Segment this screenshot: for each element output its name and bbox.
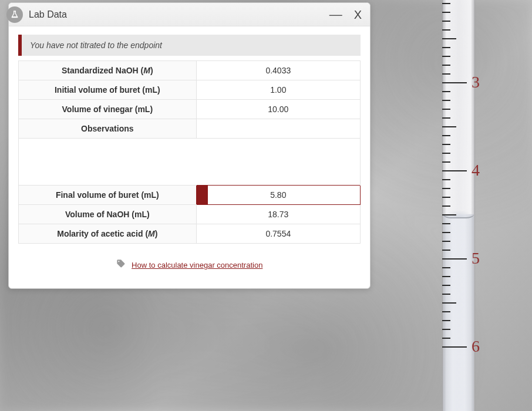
buret-tick (442, 179, 450, 180)
row-final-volume: Final volume of buret (mL) (19, 186, 361, 205)
buret-tick (442, 47, 450, 48)
value-molarity: 0.7554 (196, 224, 360, 244)
value-standardized-naoh: 0.4033 (196, 61, 360, 80)
final-volume-input[interactable] (197, 186, 360, 204)
buret-tick (442, 170, 467, 171)
value-naoh-volume: 18.73 (196, 205, 360, 224)
value-final-volume-cell (196, 186, 360, 205)
buret-tick (442, 250, 450, 251)
close-button[interactable]: X (351, 9, 365, 21)
buret-tick (442, 109, 450, 110)
buret-tick (442, 346, 467, 348)
buret-tick (442, 29, 450, 31)
label-final-volume: Final volume of buret (mL) (19, 186, 197, 205)
flask-icon (6, 6, 23, 23)
buret[interactable]: 23456 (429, 0, 488, 411)
buret-tick (442, 21, 450, 22)
alert-text: You have not titrated to the endpoint (22, 35, 361, 56)
row-observations: Observations (19, 119, 361, 139)
highlight-bar (196, 186, 208, 204)
buret-scale-label: 3 (472, 73, 480, 92)
buret-tick (442, 73, 450, 75)
buret-tick (442, 117, 450, 119)
lab-data-panel: Lab Data — X You have not titrated to th… (8, 2, 371, 289)
buret-tick (442, 3, 450, 4)
buret-tick (442, 126, 456, 127)
row-initial-volume: Initial volume of buret (mL) 1.00 (19, 80, 361, 100)
buret-tick (442, 294, 450, 295)
panel-header: Lab Data — X (9, 3, 370, 26)
buret-ticks (442, 0, 475, 411)
header-controls: — X (327, 8, 365, 21)
buret-scale-label: 2 (472, 0, 480, 4)
buret-tick (442, 135, 450, 136)
panel-title: Lab Data (29, 9, 327, 20)
buret-tick (442, 188, 450, 189)
help-link[interactable]: How to calculate vinegar concentration (132, 261, 262, 269)
label-standardized-naoh: Standardized NaOH (M) (19, 61, 197, 80)
buret-tick (442, 241, 450, 242)
row-vinegar-volume: Volume of vinegar (mL) 10.00 (19, 100, 361, 119)
buret-tick (442, 197, 450, 198)
row-molarity: Molarity of acetic acid (M) 0.7554 (19, 224, 361, 244)
buret-tick (442, 206, 450, 207)
buret-tick (442, 65, 450, 66)
buret-tick (442, 338, 450, 339)
label-text: ) (150, 66, 153, 75)
buret-tick (442, 12, 450, 13)
buret-tick (442, 258, 467, 260)
buret-scale-label: 4 (472, 161, 480, 180)
value-observations[interactable] (196, 119, 360, 139)
buret-tick (442, 329, 450, 330)
buret-tick (442, 311, 450, 312)
unit-molarity: M (143, 66, 150, 75)
label-molarity: Molarity of acetic acid (M) (19, 224, 197, 244)
buret-tick (442, 56, 450, 57)
unit-molarity: M (148, 229, 155, 238)
buret-tick (442, 320, 450, 321)
buret-tick (442, 267, 450, 268)
buret-tick (442, 223, 450, 224)
help-link-row: How to calculate vinegar concentration (18, 244, 361, 277)
buret-tick (442, 100, 450, 101)
row-naoh-volume: Volume of NaOH (mL) 18.73 (19, 205, 361, 224)
spacer-row (19, 139, 361, 186)
label-naoh-volume: Volume of NaOH (mL) (19, 205, 197, 224)
value-vinegar-volume: 10.00 (196, 100, 360, 119)
titration-alert: You have not titrated to the endpoint (18, 35, 361, 56)
panel-body: You have not titrated to the endpoint St… (9, 26, 370, 288)
label-text: Molarity of acetic acid ( (57, 229, 148, 238)
buret-tick (442, 161, 450, 163)
tag-icon (116, 259, 126, 271)
label-text: Final volume of buret (mL) (56, 190, 159, 200)
buret-scale-label: 5 (472, 249, 480, 268)
buret-tick (442, 302, 456, 304)
label-text: Standardized NaOH ( (62, 66, 143, 75)
buret-tick (442, 276, 450, 277)
buret-tick (442, 144, 450, 145)
label-vinegar-volume: Volume of vinegar (mL) (19, 100, 197, 119)
buret-scale-label: 6 (472, 337, 480, 356)
minimize-button[interactable]: — (327, 8, 345, 21)
lab-data-table: Standardized NaOH (M) 0.4033 Initial vol… (18, 60, 361, 244)
buret-tick (442, 38, 456, 39)
label-observations: Observations (19, 119, 197, 139)
value-initial-volume: 1.00 (196, 80, 360, 100)
buret-tick (442, 285, 450, 286)
buret-tick (442, 232, 450, 233)
label-initial-volume: Initial volume of buret (mL) (19, 80, 197, 100)
buret-tick (442, 153, 450, 154)
buret-tick (442, 214, 456, 215)
row-standardized-naoh: Standardized NaOH (M) 0.4033 (19, 61, 361, 80)
buret-tick (442, 91, 450, 92)
buret-tick (442, 82, 467, 83)
label-text: ) (155, 229, 158, 238)
